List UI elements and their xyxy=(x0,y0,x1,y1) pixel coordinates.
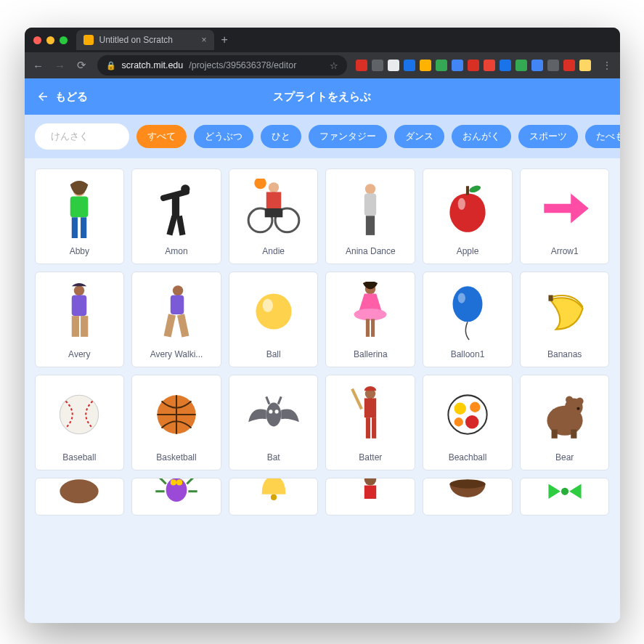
sprite-name: Abby xyxy=(40,246,120,256)
sprite-library-header: もどる スプライトをえらぶ xyxy=(25,78,620,115)
sprite-name: Batter xyxy=(330,452,410,462)
sprite-card[interactable]: Amon xyxy=(131,168,221,264)
category-chip[interactable]: ファンタジー xyxy=(309,125,387,148)
extension-icon[interactable] xyxy=(404,60,415,71)
extension-icon[interactable] xyxy=(372,60,383,71)
extension-icon[interactable] xyxy=(452,60,463,71)
sprite-name: Andie xyxy=(234,246,314,256)
sprite-name: Bat xyxy=(234,452,314,462)
forward-browser-button[interactable]: → xyxy=(54,60,67,72)
sprite-card[interactable]: Beachball xyxy=(423,375,513,470)
sprite-name: Ballerina xyxy=(330,349,410,359)
extension-icon[interactable] xyxy=(579,60,591,71)
sprite-card[interactable] xyxy=(325,478,415,515)
category-chip[interactable]: おんがく xyxy=(452,125,511,148)
category-chip[interactable]: ダンス xyxy=(394,125,444,148)
sprite-card[interactable]: Andie xyxy=(229,168,319,264)
extension-icon[interactable] xyxy=(547,60,559,71)
sprite-thumbnail xyxy=(242,483,306,515)
minimize-window-icon[interactable] xyxy=(46,36,54,44)
maximize-window-icon[interactable] xyxy=(60,36,68,44)
extension-icon[interactable] xyxy=(356,60,367,71)
sprite-card[interactable]: Arrow1 xyxy=(520,168,610,264)
sprite-card[interactable]: Bat xyxy=(229,375,319,470)
sprite-name: Anina Dance xyxy=(330,246,410,256)
back-browser-button[interactable]: ← xyxy=(32,60,45,72)
address-bar[interactable]: 🔒 scratch.mit.edu /projects/395636378/ed… xyxy=(97,55,347,76)
browser-menu-button[interactable]: ⋮ xyxy=(603,60,613,70)
category-chip[interactable]: スポーツ xyxy=(518,125,578,148)
sprite-card[interactable]: Ballerina xyxy=(325,272,415,367)
sprite-thumbnail xyxy=(436,280,500,343)
sprite-name: Arrow1 xyxy=(525,246,605,256)
search-box[interactable] xyxy=(35,123,129,150)
sprite-thumbnail xyxy=(242,383,306,447)
sprite-thumbnail xyxy=(47,383,111,447)
close-tab-icon[interactable]: × xyxy=(201,35,206,45)
sprite-thumbnail xyxy=(242,280,306,343)
category-chip[interactable]: どうぶつ xyxy=(194,125,253,148)
back-button[interactable]: もどる xyxy=(36,90,88,104)
extension-icon[interactable] xyxy=(436,60,447,71)
sprite-thumbnail xyxy=(338,383,402,447)
sprite-name: Avery xyxy=(40,349,120,359)
sprite-card[interactable]: Abby xyxy=(35,168,125,264)
sprite-card[interactable]: Avery xyxy=(35,272,125,367)
sprite-card[interactable]: Baseball xyxy=(35,375,125,470)
sprite-name: Baseball xyxy=(40,452,120,462)
sprite-card[interactable]: Bear xyxy=(520,375,610,470)
reload-button[interactable]: ⟳ xyxy=(76,59,89,72)
sprite-name: Amon xyxy=(136,246,216,256)
sprite-card[interactable]: Balloon1 xyxy=(423,272,513,367)
bookmark-star-icon[interactable]: ☆ xyxy=(330,60,338,71)
sprite-card[interactable] xyxy=(131,478,221,515)
sprite-card[interactable]: Anina Dance xyxy=(325,168,415,264)
sprite-name: Bananas xyxy=(525,349,605,359)
sprite-thumbnail xyxy=(436,176,500,240)
sprite-card[interactable]: Basketball xyxy=(131,375,221,470)
extension-icon[interactable] xyxy=(388,60,399,71)
sprite-thumbnail xyxy=(338,176,402,240)
sprite-thumbnail xyxy=(338,280,402,343)
sprite-card[interactable] xyxy=(229,478,319,515)
sprite-name: Ball xyxy=(234,349,314,359)
category-chip[interactable]: たべもの xyxy=(585,125,620,148)
sprite-card[interactable] xyxy=(520,478,610,515)
sprite-thumbnail xyxy=(47,280,111,343)
browser-tab[interactable]: Untitled on Scratch × xyxy=(76,30,214,50)
window-controls[interactable] xyxy=(33,36,68,44)
extension-icon[interactable] xyxy=(420,60,431,71)
sprite-name: Apple xyxy=(428,246,508,256)
address-bar-row: ← → ⟳ 🔒 scratch.mit.edu /projects/395636… xyxy=(25,52,620,78)
browser-chrome: Untitled on Scratch × + ← → ⟳ 🔒 scratch.… xyxy=(25,28,620,78)
extension-icon[interactable] xyxy=(468,60,479,71)
sprite-card[interactable] xyxy=(423,478,513,515)
sprite-card[interactable]: Batter xyxy=(325,375,415,470)
sprite-card[interactable]: Avery Walki... xyxy=(131,272,221,367)
close-window-icon[interactable] xyxy=(33,36,41,44)
sprite-card[interactable]: Ball xyxy=(229,272,319,367)
back-label: もどる xyxy=(55,90,88,104)
extension-icon[interactable] xyxy=(515,60,527,71)
filter-bar: すべてどうぶつひとファンタジーダンスおんがくスポーツたべものファッション xyxy=(25,115,620,158)
extension-icon[interactable] xyxy=(531,60,543,71)
sprite-thumbnail xyxy=(533,483,597,515)
url-path: /projects/395636378/editor xyxy=(189,60,296,70)
sprite-card[interactable]: Apple xyxy=(423,168,513,264)
sprite-thumbnail xyxy=(47,483,111,515)
sprite-card[interactable]: Bananas xyxy=(520,272,610,367)
tab-title: Untitled on Scratch xyxy=(99,35,173,45)
tab-bar: Untitled on Scratch × + xyxy=(25,28,620,52)
sprite-card[interactable] xyxy=(35,478,125,515)
page-title: スプライトをえらぶ xyxy=(273,90,371,104)
extension-icon[interactable] xyxy=(563,60,575,71)
sprite-thumbnail xyxy=(144,483,208,515)
new-tab-button[interactable]: + xyxy=(221,33,228,46)
category-chip[interactable]: すべて xyxy=(136,125,187,148)
sprite-thumbnail xyxy=(144,280,208,343)
url-domain: scratch.mit.edu xyxy=(122,60,184,70)
extensions-tray xyxy=(356,60,591,71)
extension-icon[interactable] xyxy=(500,60,511,71)
extension-icon[interactable] xyxy=(484,60,495,71)
category-chip[interactable]: ひと xyxy=(261,125,301,148)
